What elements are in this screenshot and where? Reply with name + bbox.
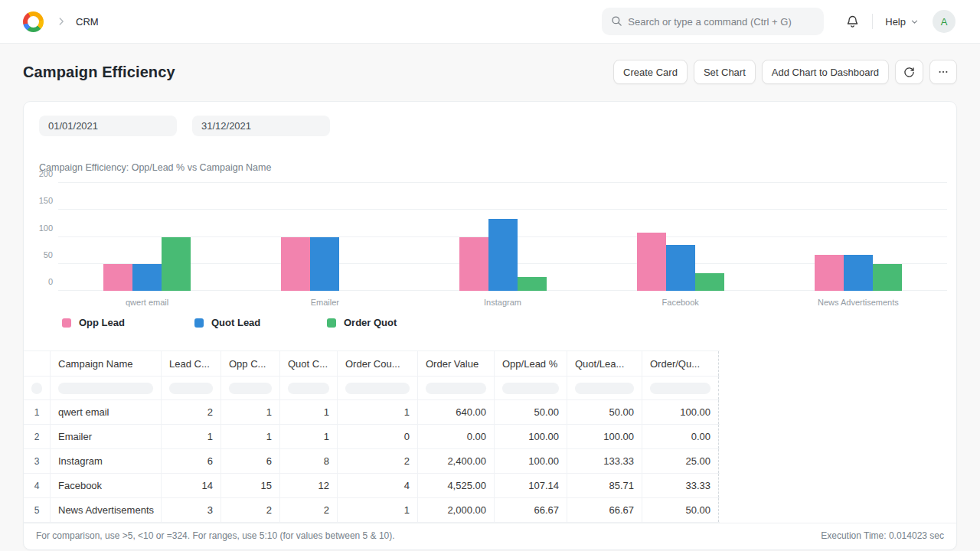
column-header[interactable]: Order/Qu... [642, 351, 719, 376]
table-cell[interactable]: 25.00 [642, 449, 719, 473]
table-cell[interactable]: 100.00 [495, 425, 567, 448]
table-cell[interactable]: 66.67 [567, 498, 642, 522]
table-cell[interactable]: 2 [280, 498, 338, 522]
row-number-cell[interactable]: 2 [24, 425, 51, 448]
column-header[interactable]: Lead C... [162, 351, 221, 376]
notifications-bell-icon[interactable] [845, 15, 860, 29]
column-header[interactable]: Order Cou... [338, 351, 418, 376]
table-cell[interactable]: 1 [162, 425, 221, 448]
table-cell[interactable]: 6 [221, 449, 280, 473]
table-cell[interactable]: 2 [162, 400, 221, 424]
table-cell[interactable]: Instagram [51, 449, 162, 473]
add-chart-to-dashboard-button[interactable]: Add Chart to Dashboard [762, 60, 889, 84]
table-cell[interactable]: 0.00 [418, 425, 495, 448]
table-cell[interactable]: 66.67 [495, 498, 567, 522]
legend-item[interactable]: Order Quot [327, 317, 459, 328]
table-cell[interactable]: 4,525.00 [418, 474, 495, 497]
chart-bar-order-quot[interactable] [162, 237, 191, 292]
table-cell[interactable]: 100.00 [642, 400, 719, 424]
app-logo-icon[interactable] [23, 11, 44, 32]
help-menu[interactable]: Help [885, 16, 919, 28]
table-cell[interactable]: 15 [221, 474, 280, 497]
legend-item[interactable]: Quot Lead [194, 317, 327, 328]
column-filter-input[interactable] [221, 377, 280, 399]
more-menu-button[interactable] [929, 60, 957, 84]
column-filter-input[interactable] [642, 377, 719, 399]
search-input[interactable] [602, 8, 824, 35]
chart-bar-quot-lead[interactable] [310, 237, 339, 292]
row-number-cell[interactable]: 4 [24, 474, 51, 497]
column-header[interactable]: Opp C... [221, 351, 280, 376]
create-card-button[interactable]: Create Card [613, 60, 688, 84]
table-cell[interactable]: 85.71 [567, 474, 642, 497]
table-cell[interactable]: 2 [221, 498, 280, 522]
table-cell[interactable]: 0.00 [642, 425, 719, 448]
table-cell[interactable]: qwert email [51, 400, 162, 424]
row-number-cell[interactable]: 5 [24, 498, 51, 522]
column-filter-input[interactable] [162, 377, 221, 399]
set-chart-button[interactable]: Set Chart [694, 60, 756, 84]
row-number-cell[interactable]: 3 [24, 449, 51, 473]
table-cell[interactable]: 1 [221, 400, 280, 424]
chart-bar-order-quot[interactable] [873, 264, 902, 291]
table-cell[interactable]: 8 [280, 449, 338, 473]
table-cell[interactable]: 33.33 [642, 474, 719, 497]
table-cell[interactable]: 1 [221, 425, 280, 448]
chart-bar-opp-lead[interactable] [459, 237, 488, 292]
chart-bar-opp-lead[interactable] [637, 233, 666, 291]
column-header[interactable] [24, 351, 51, 376]
column-filter-input[interactable] [51, 377, 162, 399]
table-cell[interactable]: 640.00 [418, 400, 495, 424]
table-cell[interactable]: 1 [280, 400, 338, 424]
table-cell[interactable]: 4 [338, 474, 418, 497]
column-header[interactable]: Quot/Lea... [567, 351, 642, 376]
table-cell[interactable]: 0 [338, 425, 418, 448]
table-cell[interactable]: 107.14 [495, 474, 567, 497]
table-cell[interactable]: Emailer [51, 425, 162, 448]
column-filter-input[interactable] [280, 377, 338, 399]
breadcrumb-crm[interactable]: CRM [76, 16, 99, 28]
table-cell[interactable]: 6 [162, 449, 221, 473]
table-cell[interactable]: 50.00 [567, 400, 642, 424]
row-number-cell[interactable]: 1 [24, 400, 51, 424]
table-cell[interactable]: 100.00 [567, 425, 642, 448]
chart-bar-quot-lead[interactable] [666, 245, 695, 291]
chart-bar-quot-lead[interactable] [844, 255, 873, 291]
table-cell[interactable]: 50.00 [642, 498, 719, 522]
table-cell[interactable]: 2 [338, 449, 418, 473]
chart-bar-quot-lead[interactable] [488, 219, 518, 291]
table-cell[interactable]: Facebook [51, 474, 162, 497]
column-filter-input[interactable] [567, 377, 642, 399]
to-date-filter[interactable] [192, 116, 330, 136]
legend-item[interactable]: Opp Lead [62, 317, 194, 328]
table-cell[interactable]: 1 [338, 400, 418, 424]
column-header[interactable]: Order Value [418, 351, 495, 376]
chart-bar-order-quot[interactable] [518, 277, 547, 291]
refresh-button[interactable] [895, 60, 923, 84]
chart-bar-opp-lead[interactable] [281, 237, 310, 292]
column-header[interactable]: Campaign Name [51, 351, 162, 376]
column-filter-input[interactable] [24, 377, 51, 399]
chart-bar-quot-lead[interactable] [132, 264, 162, 291]
table-cell[interactable]: 100.00 [495, 449, 567, 473]
table-cell[interactable]: 14 [162, 474, 221, 497]
user-avatar[interactable]: A [933, 10, 956, 33]
table-cell[interactable]: 2,000.00 [418, 498, 495, 522]
table-cell[interactable]: 1 [338, 498, 418, 522]
table-cell[interactable]: 12 [280, 474, 338, 497]
column-filter-input[interactable] [495, 377, 567, 399]
chart-bar-opp-lead[interactable] [103, 264, 132, 291]
column-filter-input[interactable] [338, 377, 418, 399]
chart-bar-opp-lead[interactable] [815, 255, 844, 291]
table-cell[interactable]: News Advertisements [51, 498, 162, 522]
column-header[interactable]: Opp/Lead % [495, 351, 567, 376]
table-cell[interactable]: 2,400.00 [418, 449, 495, 473]
column-header[interactable]: Quot C... [280, 351, 338, 376]
chart-bar-order-quot[interactable] [695, 273, 724, 291]
table-cell[interactable]: 50.00 [495, 400, 567, 424]
table-cell[interactable]: 1 [280, 425, 338, 448]
table-cell[interactable]: 133.33 [567, 449, 642, 473]
table-cell[interactable]: 3 [162, 498, 221, 522]
column-filter-input[interactable] [418, 377, 495, 399]
from-date-filter[interactable] [39, 116, 177, 136]
